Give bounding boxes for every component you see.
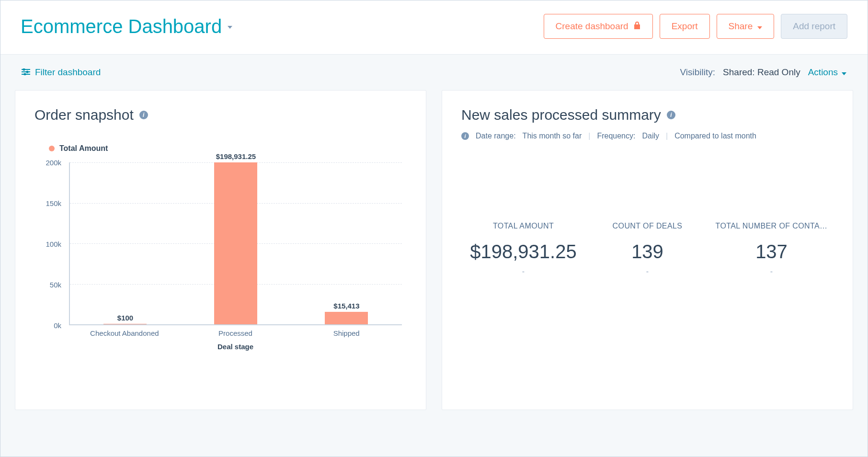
stat-value: 137 [713, 241, 830, 263]
y-tick: 100k [46, 240, 61, 248]
cards-container: Order snapshot i Total Amount 200k 150k … [0, 90, 868, 424]
svg-point-5 [24, 73, 25, 75]
header: Ecommerce Dashboard Create dashboard Exp… [0, 0, 868, 55]
y-tick: 200k [46, 159, 61, 167]
compare-label: Compared to last month [674, 132, 756, 140]
separator: | [666, 132, 668, 140]
page-title: Ecommerce Dashboard [21, 16, 222, 37]
stat-dash: - [589, 267, 706, 276]
y-tick: 150k [46, 199, 61, 207]
x-tick: Shipped [291, 329, 402, 337]
caret-down-icon [228, 22, 232, 31]
share-button[interactable]: Share [717, 14, 775, 39]
y-tick: 0k [54, 321, 61, 330]
filter-dashboard-link[interactable]: Filter dashboard [22, 67, 101, 78]
frequency-label: Frequency: [597, 132, 635, 140]
x-axis-label: Deal stage [69, 343, 402, 351]
actions-dropdown[interactable]: Actions [808, 67, 846, 78]
order-snapshot-card: Order snapshot i Total Amount 200k 150k … [15, 90, 426, 410]
filter-label: Filter dashboard [35, 67, 101, 78]
order-snapshot-title: Order snapshot [34, 107, 134, 123]
summary-meta: i Date range: This month so far | Freque… [461, 132, 834, 140]
plot-area: $100 $198,931.25 $15,413 [69, 162, 402, 325]
visibility-value: Shared: Read Only [723, 67, 800, 78]
add-report-label: Add report [793, 21, 835, 32]
date-range-value: This month so far [523, 132, 582, 140]
card-title: Order snapshot i [34, 107, 407, 123]
caret-down-icon [757, 21, 762, 32]
toolbar-right: Visibility: Shared: Read Only Actions [680, 67, 846, 78]
export-button[interactable]: Export [660, 14, 710, 39]
frequency-value: Daily [642, 132, 659, 140]
create-dashboard-button[interactable]: Create dashboard [544, 14, 653, 39]
stat-label: TOTAL NUMBER OF CONTA… [713, 222, 830, 230]
chart-legend: Total Amount [49, 144, 407, 153]
stat-label: COUNT OF DEALS [589, 222, 706, 230]
stat-total-amount: TOTAL AMOUNT $198,931.25 - [461, 222, 585, 276]
stat-dash: - [713, 267, 830, 276]
share-label: Share [729, 21, 753, 32]
title-dropdown[interactable]: Ecommerce Dashboard [21, 16, 232, 37]
export-label: Export [672, 21, 698, 32]
stat-value: $198,931.25 [465, 241, 582, 263]
y-axis: 200k 150k 100k 50k 0k [34, 162, 63, 325]
bar-group: $100 [70, 314, 181, 324]
caret-down-icon [842, 67, 846, 78]
bar[interactable] [103, 324, 147, 324]
x-tick: Processed [180, 329, 291, 337]
bar-value-label: $198,931.25 [216, 152, 256, 160]
bar-chart: 200k 150k 100k 50k 0k $100 [34, 162, 407, 340]
actions-label: Actions [808, 67, 838, 78]
separator: | [588, 132, 590, 140]
x-tick: Checkout Abandoned [69, 329, 180, 337]
bar[interactable] [214, 162, 257, 324]
x-axis-ticks: Checkout Abandoned Processed Shipped [69, 329, 402, 337]
legend-dot-icon [49, 146, 55, 151]
svg-point-1 [23, 69, 24, 70]
bar-group: $198,931.25 [181, 152, 291, 324]
sales-summary-title: New sales processed summary [461, 107, 661, 123]
visibility-label: Visibility: [680, 67, 716, 78]
stat-dash: - [465, 267, 582, 276]
card-title: New sales processed summary i [461, 107, 834, 123]
info-icon[interactable]: i [667, 111, 675, 119]
summary-stats: TOTAL AMOUNT $198,931.25 - COUNT OF DEAL… [461, 222, 834, 276]
dashboard-page: Ecommerce Dashboard Create dashboard Exp… [0, 0, 868, 457]
toolbar: Filter dashboard Visibility: Shared: Rea… [0, 55, 868, 90]
bar-value-label: $15,413 [333, 302, 359, 310]
date-range-label: Date range: [476, 132, 516, 140]
stat-value: 139 [589, 241, 706, 263]
lock-icon [633, 21, 641, 32]
header-buttons: Create dashboard Export Share Add report [544, 14, 847, 39]
stat-count-deals: COUNT OF DEALS 139 - [585, 222, 709, 276]
stat-total-contacts: TOTAL NUMBER OF CONTA… 137 - [709, 222, 834, 276]
create-dashboard-label: Create dashboard [556, 21, 628, 32]
filter-icon [22, 67, 30, 78]
svg-point-3 [26, 71, 28, 72]
bar-value-label: $100 [117, 314, 133, 322]
bar-group: $15,413 [291, 302, 402, 324]
sales-summary-card: New sales processed summary i i Date ran… [442, 90, 853, 410]
stat-label: TOTAL AMOUNT [465, 222, 582, 230]
bar[interactable] [325, 312, 368, 324]
legend-label: Total Amount [59, 144, 108, 153]
y-tick: 50k [50, 281, 61, 289]
info-icon[interactable]: i [139, 111, 148, 119]
add-report-button[interactable]: Add report [781, 14, 847, 39]
info-icon[interactable]: i [461, 132, 469, 140]
